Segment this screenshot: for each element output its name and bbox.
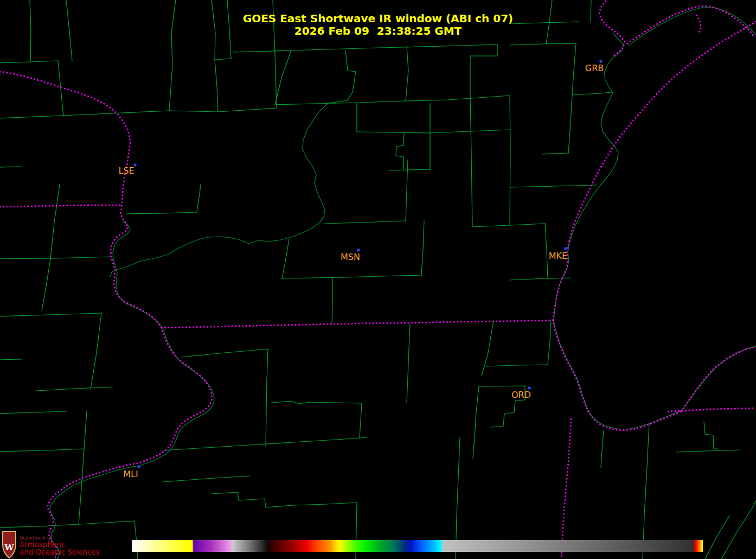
station-label-msn: MSN: [341, 252, 360, 262]
map-background: [0, 0, 756, 559]
station-dot-grb: [600, 60, 603, 63]
enhancement-colorbar: [132, 540, 703, 552]
satellite-image-viewer: LSEGRBMSNMKEORDMLI GOES East Shortwave I…: [0, 0, 756, 559]
station-label-mke: MKE: [549, 251, 567, 261]
map-svg: LSEGRBMSNMKEORDMLI GOES East Shortwave I…: [0, 0, 756, 559]
uw-crest-letter: W: [4, 543, 15, 552]
station-label-ord: ORD: [511, 390, 531, 400]
station-label-lse: LSE: [118, 166, 134, 176]
station-label-mli: MLI: [123, 469, 138, 479]
station-dot-ord: [528, 387, 531, 390]
station-dot-mke: [565, 247, 567, 250]
logo-line2-text: and Oceanic Sciences: [20, 548, 100, 556]
station-dot-mli: [138, 466, 140, 468]
image-title: GOES East Shortwave IR window (ABI ch 07…: [243, 12, 514, 25]
station-dot-msn: [357, 249, 360, 252]
station-label-grb: GRB: [585, 63, 604, 73]
image-timestamp: 2026 Feb 09 23:38:25 GMT: [294, 24, 462, 37]
